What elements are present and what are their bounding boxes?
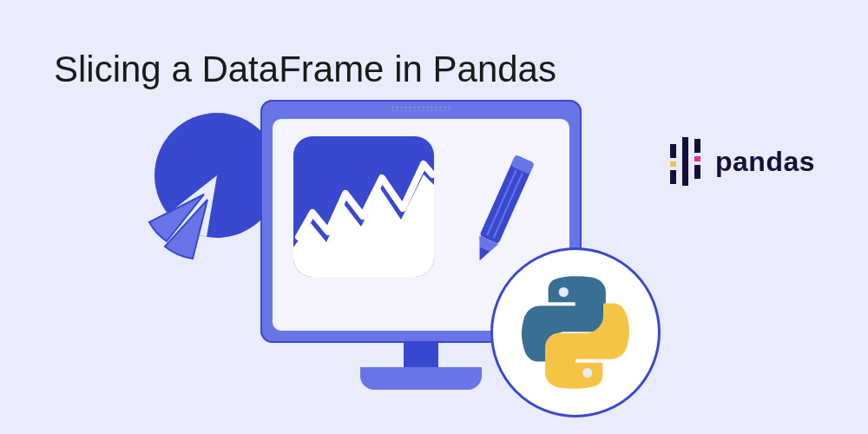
pandas-logo: pandas (668, 137, 815, 186)
svg-rect-13 (694, 139, 700, 153)
svg-point-8 (582, 368, 592, 378)
python-logo-icon (490, 247, 661, 418)
page-title: Slicing a DataFrame in Pandas (54, 49, 556, 90)
pandas-mark-icon (668, 137, 703, 186)
svg-rect-15 (694, 165, 700, 179)
svg-rect-9 (670, 144, 676, 158)
line-chart-icon (293, 136, 434, 277)
svg-rect-11 (670, 170, 676, 184)
svg-rect-10 (670, 161, 676, 167)
svg-point-7 (559, 287, 569, 297)
svg-rect-12 (682, 137, 688, 186)
svg-rect-14 (694, 156, 700, 161)
pandas-wordmark: pandas (715, 146, 815, 178)
